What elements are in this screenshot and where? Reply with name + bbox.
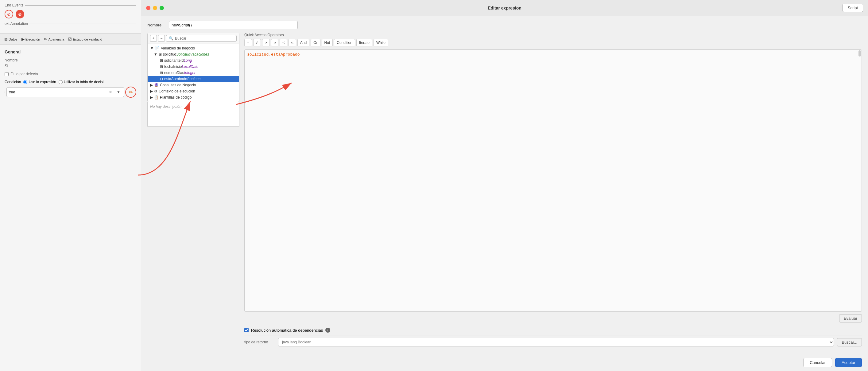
evaluar-button[interactable]: Evaluar [839, 314, 862, 322]
resolution-checkbox[interactable] [244, 328, 249, 332]
tree-node-estaaprobado[interactable]: ⊟ estaAprobado Boolean [148, 76, 239, 82]
tree-node-numerodias[interactable]: ⊞ numeroDias Integer [148, 70, 239, 76]
expression-text: solicitud.estaAprobado [247, 52, 300, 57]
op-greaterequal[interactable]: ≥ [271, 39, 279, 47]
icon-variables: 📄 [155, 46, 160, 50]
op-not[interactable]: Not [322, 39, 333, 47]
nombre-value: Si [5, 63, 136, 68]
dialog-footer: Cancelar Aceptar [141, 354, 868, 371]
chevron-plantillas: ▶ [149, 95, 153, 99]
type-fechainicio: LocalDate [182, 64, 198, 69]
tipo-retorno-row: tipo de retorno java.lang.Boolean Buscar… [244, 335, 862, 349]
chevron-solicitud: ▼ [149, 52, 157, 57]
chevron-consultas: ▶ [149, 83, 153, 87]
close-button[interactable] [146, 6, 150, 10]
tree-node-consultas[interactable]: ▶ 🔮 Consultas de Negocio [148, 82, 239, 88]
tree-toolbar: + − 🔍 [148, 33, 239, 44]
op-lessequal[interactable]: ≤ [288, 39, 296, 47]
tab-datos[interactable]: ⊠ Datos [3, 36, 19, 42]
tree-add-btn[interactable]: + [150, 35, 157, 42]
tree-node-fechainicio[interactable]: ⊞ fechaInicio LocalDate [148, 63, 239, 70]
resolution-label: Resolución automática de dependencias [251, 328, 323, 333]
tab-ejecucion-label: Ejecución [26, 37, 40, 41]
op-equals[interactable]: = [244, 39, 252, 47]
radio-expresion[interactable]: Use la expresión [23, 80, 56, 84]
left-tree-section: + − 🔍 ▼ 📄 Variables de negocio [147, 33, 239, 349]
tree-node-variables[interactable]: ▼ 📄 Variables de negocio [148, 45, 239, 51]
tree-node-contexto[interactable]: ▶ ⚙ Contexto de ejecución [148, 88, 239, 94]
radio-tabla-input[interactable] [59, 80, 63, 84]
tree-node-solicitud[interactable]: ▼ ⊞ solicitud SolicitudVacaciones [148, 51, 239, 57]
dialog: Editar expresion Script Nombre + − 🔍 [141, 0, 868, 371]
traffic-lights [146, 6, 164, 10]
tabs-row: ⊠ Datos ▶ Ejecución ✏ Apariencia ☑ Estad… [0, 33, 141, 45]
general-title: General [5, 50, 136, 54]
tab-ejecucion[interactable]: ▶ Ejecución [20, 36, 41, 42]
label-plantillas: Plantillas de código [160, 95, 191, 99]
event-icon-2[interactable]: ⊗ [16, 10, 24, 19]
icon-numerodias: ⊞ [160, 70, 163, 75]
tab-apariencia-label: Apariencia [48, 37, 64, 41]
tree-remove-btn[interactable]: − [158, 35, 165, 42]
icon-consultas: 🔮 [154, 83, 159, 87]
condicion-label: Condición [5, 80, 21, 84]
flujo-defecto-row: Flujo por defecto [5, 72, 136, 76]
label-fechainicio: fechaInicio [164, 64, 182, 69]
tab-ejecucion-icon: ▶ [22, 37, 25, 41]
maximize-button[interactable] [160, 6, 164, 10]
buscar-button[interactable]: Buscar... [837, 338, 862, 346]
event-icons: ⊘ ⊗ [5, 10, 136, 19]
script-button[interactable]: Script [842, 4, 863, 12]
expression-panel: Quick Access Operators = ≠ > ≥ < ≤ And O… [244, 33, 862, 349]
condition-input[interactable]: true [9, 90, 106, 94]
radio-expresion-label: Use la expresión [29, 80, 56, 84]
label-variables: Variables de negocio [161, 46, 195, 50]
op-and[interactable]: And [298, 39, 309, 47]
next-annotation-label: ext Annotation [5, 22, 136, 26]
end-events-label: End Events [5, 3, 136, 7]
chevron-variables: ▼ [149, 46, 154, 50]
cancel-button[interactable]: Cancelar [803, 358, 832, 367]
dropdown-icon[interactable]: ▼ [115, 89, 122, 95]
expression-editor[interactable]: solicitud.estaAprobado [244, 50, 862, 312]
icon-estaaprobado: ⊟ [160, 77, 163, 81]
tipo-retorno-select[interactable]: java.lang.Boolean [278, 338, 834, 346]
dialog-titlebar: Editar expresion Script [141, 0, 868, 16]
condition-input-container: true ✕ ▼ [6, 87, 124, 97]
op-or[interactable]: Or [311, 39, 320, 47]
quick-access-header: Quick Access Operators [244, 33, 862, 37]
op-greater[interactable]: > [262, 39, 270, 47]
condicion-row: Condición Use la expresión Utilizar la t… [5, 80, 136, 84]
tab-validacion[interactable]: ☑ Estado de validació [67, 36, 103, 42]
tab-apariencia[interactable]: ✏ Apariencia [43, 36, 65, 42]
icon-solicitud: ⊞ [159, 52, 162, 57]
tab-validacion-icon: ☑ [68, 37, 72, 41]
label-estaaprobado: estaAprobado [164, 77, 187, 81]
type-estaaprobado: Boolean [187, 77, 201, 81]
chevron-contexto: ▶ [149, 89, 153, 93]
op-while[interactable]: While [374, 39, 388, 47]
resolution-info-icon[interactable]: i [326, 328, 330, 333]
icon-solicitanteid: ⊞ [160, 58, 163, 63]
event-icon-1[interactable]: ⊘ [5, 10, 13, 19]
description-panel: No hay descripción [147, 102, 239, 126]
tree-content: ▼ 📄 Variables de negocio ▼ ⊞ solicitud S… [148, 44, 239, 102]
op-notequals[interactable]: ≠ [253, 39, 261, 47]
op-condition[interactable]: Condition [334, 39, 355, 47]
aceptar-button[interactable]: Aceptar [835, 358, 862, 367]
op-less[interactable]: < [280, 39, 287, 47]
radio-tabla[interactable]: Utilizar la tabla de decisi [59, 80, 103, 84]
op-iterate[interactable]: Iterate [356, 39, 372, 47]
tree-node-solicitanteid[interactable]: ⊞ solicitanteId Long [148, 57, 239, 63]
flujo-defecto-checkbox[interactable] [5, 72, 9, 76]
label-solicitanteid: solicitanteId [164, 58, 184, 63]
edit-expression-button[interactable]: ✏ [125, 87, 136, 98]
clear-icon[interactable]: ✕ [107, 89, 114, 95]
label-contexto: Contexto de ejecución [159, 89, 195, 93]
info-icon-left: i [5, 90, 5, 94]
tree-node-plantillas[interactable]: ▶ 📋 Plantillas de código [148, 94, 239, 101]
radio-expresion-input[interactable] [23, 80, 27, 84]
nombre-field-input[interactable] [169, 21, 298, 29]
minimize-button[interactable] [153, 6, 157, 10]
search-input[interactable] [175, 36, 234, 40]
